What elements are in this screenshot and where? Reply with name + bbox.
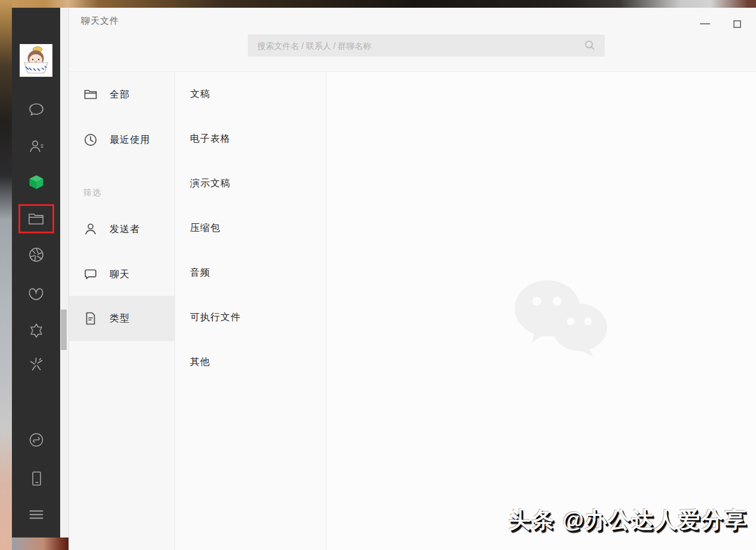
file-nav-column: 全部 最近使用 筛选 发送者 [69, 72, 175, 550]
nav-item-sender[interactable]: 发送者 [69, 207, 175, 252]
wechat-logo-watermark [513, 274, 608, 357]
type-item-label: 可执行文件 [190, 311, 241, 324]
type-item-label: 压缩包 [190, 222, 220, 235]
chat-icon [83, 267, 98, 282]
type-item-label: 演示文稿 [190, 177, 231, 190]
document-icon [83, 311, 98, 326]
file-list-content [326, 72, 756, 550]
phone-icon[interactable] [27, 469, 45, 488]
maximize-icon [733, 20, 741, 28]
nav-item-label: 最近使用 [110, 134, 150, 146]
sparkle-icon[interactable] [27, 355, 45, 373]
minimize-button[interactable] [696, 16, 714, 32]
person-icon [83, 221, 98, 237]
avatar-illustration [20, 44, 52, 77]
search-input[interactable] [248, 35, 605, 57]
type-item[interactable]: 电子表格 [175, 117, 326, 161]
maximize-button[interactable] [728, 16, 746, 32]
scrollbar-thumb[interactable] [61, 310, 67, 350]
window-scrollbar-track [60, 8, 69, 538]
flower-star-icon[interactable] [27, 321, 45, 340]
nav-item-label: 类型 [110, 312, 130, 325]
nav-item-recent[interactable]: 最近使用 [69, 117, 175, 162]
type-item[interactable]: 演示文稿 [175, 161, 326, 206]
type-item[interactable]: 其他 [175, 340, 326, 385]
nav-item-label: 全部 [110, 89, 130, 101]
type-item-label: 其他 [190, 356, 210, 368]
type-item-label: 电子表格 [190, 133, 231, 145]
chat-files-window: 聊天文件 [69, 8, 756, 550]
search-icon[interactable] [584, 39, 596, 54]
moments-aperture-icon[interactable] [27, 245, 45, 264]
folder-icon [83, 87, 98, 102]
file-types-column: 文稿 电子表格 演示文稿 压缩包 音频 可执行文件 [175, 72, 326, 550]
nav-item-chat[interactable]: 聊天 [69, 252, 175, 297]
sidebar [12, 8, 60, 538]
nav-item-label: 发送者 [110, 223, 140, 236]
channels-icon[interactable] [27, 285, 45, 303]
type-item-label: 文稿 [190, 88, 210, 101]
green-cube-icon[interactable] [27, 173, 45, 191]
chat-files-folder-icon[interactable] [27, 210, 45, 228]
s-link-circle-icon[interactable] [27, 430, 45, 449]
type-item[interactable]: 压缩包 [175, 206, 326, 251]
search-box [248, 35, 605, 57]
chat-bubble-icon[interactable] [27, 100, 45, 118]
type-item[interactable]: 音频 [175, 251, 326, 295]
contacts-icon[interactable] [27, 137, 45, 155]
desktop-wallpaper-bottom [12, 538, 69, 550]
wechat-main-window [12, 8, 69, 538]
minimize-icon [700, 23, 710, 24]
window-title: 聊天文件 [81, 15, 119, 27]
clock-icon [83, 132, 98, 148]
window-header: 聊天文件 [69, 8, 756, 72]
nav-item-type[interactable]: 类型 [69, 296, 175, 341]
toutiao-watermark: 头条 @办公达人爱分享 [509, 505, 748, 535]
screen: 聊天文件 [0, 0, 756, 550]
filter-section-label: 筛选 [83, 188, 101, 198]
avatar[interactable] [20, 44, 52, 77]
hamburger-menu-icon[interactable] [27, 505, 45, 523]
nav-item-all[interactable]: 全部 [69, 72, 175, 117]
desktop-wallpaper-left [0, 0, 12, 550]
type-item[interactable]: 可执行文件 [175, 295, 326, 340]
nav-item-label: 聊天 [110, 268, 130, 281]
desktop-wallpaper-top [0, 0, 756, 8]
type-item[interactable]: 文稿 [175, 72, 326, 117]
type-item-label: 音频 [190, 267, 210, 279]
